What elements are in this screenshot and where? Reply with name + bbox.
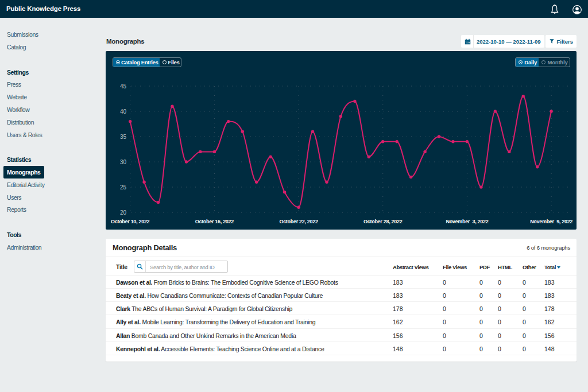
svg-text:October 10, 2022: October 10, 2022 [111, 219, 150, 224]
svg-text:25: 25 [120, 184, 127, 191]
svg-text:40: 40 [120, 108, 127, 115]
svg-text:October 28, 2022: October 28, 2022 [363, 219, 403, 224]
svg-text:October 22, 2022: October 22, 2022 [279, 219, 318, 224]
svg-text:30: 30 [120, 159, 127, 165]
svg-text:20: 20 [120, 209, 127, 216]
svg-text:45: 45 [120, 83, 127, 90]
svg-text:November 3, 2022: November 3, 2022 [446, 219, 488, 224]
svg-text:35: 35 [120, 134, 127, 140]
svg-text:November 9, 2022: November 9, 2022 [530, 219, 572, 224]
svg-text:October 16, 2022: October 16, 2022 [195, 219, 234, 224]
